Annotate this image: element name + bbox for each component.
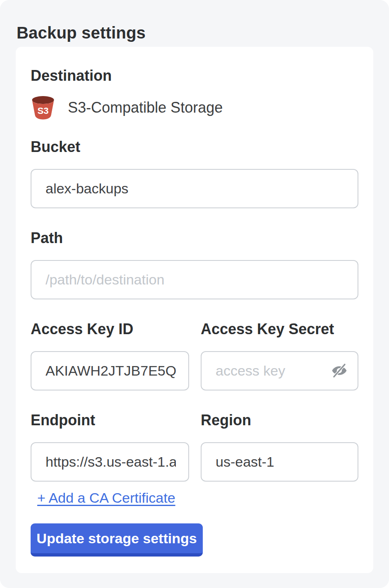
path-label: Path xyxy=(31,230,358,246)
eye-off-icon xyxy=(331,362,348,379)
access-key-secret-label: Access Key Secret xyxy=(201,321,358,337)
endpoint-region-labels-row: Endpoint Region xyxy=(31,412,358,429)
add-ca-certificate-link[interactable]: + Add a CA Certificate xyxy=(37,490,175,506)
access-key-id-label: Access Key ID xyxy=(31,321,189,337)
destination-value: S3-Compatible Storage xyxy=(68,99,223,116)
destination-label: Destination xyxy=(31,67,358,84)
access-key-id-wrap xyxy=(31,337,189,390)
backup-settings-card: Destination S3 S3-Compatible Storage Buc… xyxy=(16,47,373,573)
endpoint-input[interactable] xyxy=(31,442,189,482)
toggle-secret-visibility-button[interactable] xyxy=(330,361,348,380)
access-key-id-input[interactable] xyxy=(31,351,189,390)
access-key-labels-row: Access Key ID Access Key Secret xyxy=(31,321,358,337)
endpoint-wrap xyxy=(31,429,189,482)
endpoint-label: Endpoint xyxy=(31,412,189,429)
s3-bucket-icon: S3 xyxy=(31,96,55,120)
region-label: Region xyxy=(201,412,358,429)
bucket-input[interactable] xyxy=(31,169,358,208)
destination-row: S3 S3-Compatible Storage xyxy=(31,96,358,120)
page-title: Backup settings xyxy=(17,24,146,42)
path-input[interactable] xyxy=(31,260,358,299)
access-key-inputs-row xyxy=(31,337,358,390)
backup-settings-page: Backup settings Destination S3 S3-Compat… xyxy=(0,0,389,588)
bucket-label: Bucket xyxy=(31,139,358,155)
region-wrap xyxy=(201,429,358,482)
svg-text:S3: S3 xyxy=(38,106,49,116)
endpoint-region-inputs-row xyxy=(31,429,358,482)
update-storage-settings-button[interactable]: Update storage settings xyxy=(31,523,203,557)
region-input[interactable] xyxy=(201,442,358,482)
access-key-secret-wrap xyxy=(201,337,358,390)
